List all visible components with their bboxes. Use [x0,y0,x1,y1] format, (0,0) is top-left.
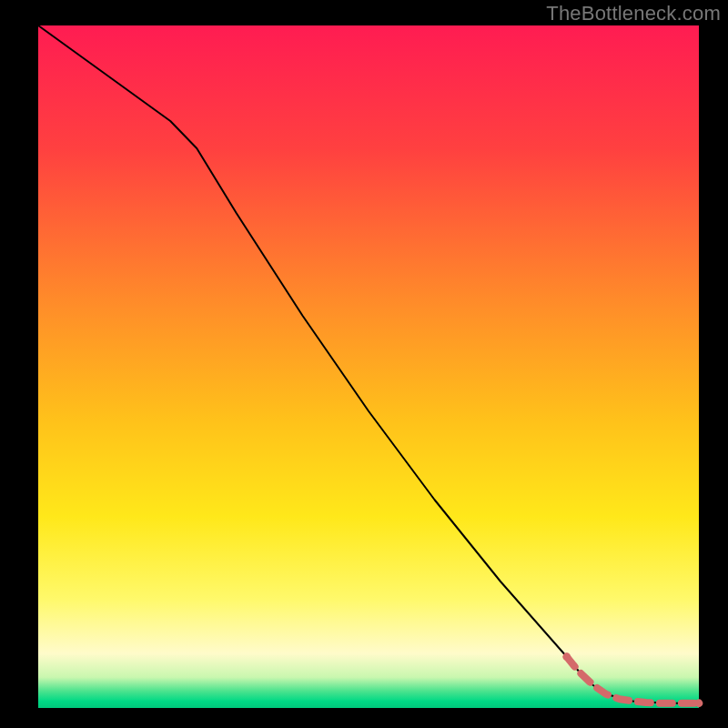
chart-frame: TheBottleneck.com [0,0,728,728]
watermark-label: TheBottleneck.com [546,2,721,25]
bottleneck-chart-canvas [0,0,728,728]
